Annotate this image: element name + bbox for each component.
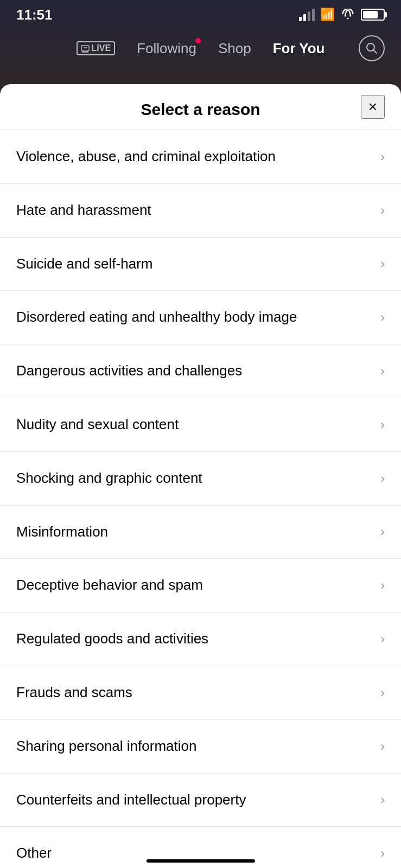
list-item[interactable]: Disordered eating and unhealthy body ima… <box>0 291 401 344</box>
list-item[interactable]: Hate and harassment› <box>0 184 401 238</box>
list-item[interactable]: Frauds and scams› <box>0 666 401 720</box>
list-item[interactable]: Deceptive behavior and spam› <box>0 559 401 612</box>
list-item[interactable]: Dangerous activities and challenges› <box>0 344 401 398</box>
chevron-right-icon: › <box>380 792 385 807</box>
list-item[interactable]: Misinformation› <box>0 506 401 559</box>
wifi-icon: 📶 <box>320 8 335 22</box>
battery-icon <box>361 9 385 21</box>
search-icon <box>365 42 378 55</box>
chevron-right-icon: › <box>380 203 385 218</box>
search-icon-circle <box>359 35 385 61</box>
list-item[interactable]: Suicide and self-harm› <box>0 238 401 291</box>
chevron-right-icon: › <box>380 417 385 432</box>
list-item-text: Disordered eating and unhealthy body ima… <box>16 308 380 327</box>
signal-icon <box>299 9 315 21</box>
list-item-text: Counterfeits and intellectual property <box>16 791 380 809</box>
list-item-text: Nudity and sexual content <box>16 416 380 434</box>
nav-shop[interactable]: Shop <box>218 40 251 57</box>
list-item-text: Other <box>16 844 380 860</box>
chevron-right-icon: › <box>380 471 385 486</box>
list-item-text: Deceptive behavior and spam <box>16 576 380 595</box>
status-time: 11:51 <box>16 7 53 23</box>
list-item[interactable]: Regulated goods and activities› <box>0 612 401 666</box>
list-item-text: Frauds and scams <box>16 684 380 702</box>
chevron-right-icon: › <box>380 578 385 593</box>
chevron-right-icon: › <box>380 363 385 379</box>
live-badge: LIVE <box>77 41 116 55</box>
list-item-text: Hate and harassment <box>16 201 380 220</box>
reasons-list: Violence, abuse, and criminal exploitati… <box>0 130 401 860</box>
modal-sheet: Select a reason × Violence, abuse, and c… <box>0 84 401 868</box>
svg-line-2 <box>374 50 377 54</box>
list-item-text: Shocking and graphic content <box>16 469 380 488</box>
chevron-right-icon: › <box>380 739 385 754</box>
close-button[interactable]: × <box>361 95 385 119</box>
nav-live-button[interactable]: LIVE <box>77 41 116 55</box>
chevron-right-icon: › <box>380 256 385 271</box>
list-item-text: Sharing personal information <box>16 737 380 756</box>
list-item-text: Suicide and self-harm <box>16 255 380 273</box>
list-item[interactable]: Other› <box>0 827 401 860</box>
list-item[interactable]: Sharing personal information› <box>0 720 401 774</box>
svg-rect-0 <box>81 46 89 51</box>
list-item[interactable]: Counterfeits and intellectual property› <box>0 774 401 827</box>
search-button[interactable] <box>359 29 385 67</box>
live-label: LIVE <box>92 43 111 53</box>
list-item[interactable]: Shocking and graphic content› <box>0 452 401 506</box>
home-indicator <box>147 859 255 863</box>
chevron-right-icon: › <box>380 524 385 539</box>
list-item-text: Regulated goods and activities <box>16 630 380 648</box>
list-item-text: Misinformation <box>16 523 380 541</box>
tv-icon <box>81 44 90 53</box>
modal-title: Select a reason <box>141 100 260 119</box>
nav-following[interactable]: Following <box>137 40 196 57</box>
list-item-text: Dangerous activities and challenges <box>16 362 380 380</box>
chevron-right-icon: › <box>380 631 385 647</box>
list-item[interactable]: Nudity and sexual content› <box>0 398 401 452</box>
chevron-right-icon: › <box>380 846 385 860</box>
chevron-right-icon: › <box>380 685 385 700</box>
list-item[interactable]: Violence, abuse, and criminal exploitati… <box>0 130 401 184</box>
list-item-text: Violence, abuse, and criminal exploitati… <box>16 148 380 166</box>
modal-header: Select a reason × <box>0 84 401 130</box>
status-bar: 11:51 📶 <box>0 0 401 29</box>
wifi-icon-svg <box>340 9 355 21</box>
chevron-right-icon: › <box>380 149 385 164</box>
status-icons: 📶 <box>299 8 385 22</box>
nav-for-you[interactable]: For You <box>273 40 325 57</box>
battery-fill <box>363 11 378 18</box>
nav-bar: LIVE Following Shop For You <box>0 29 401 67</box>
chevron-right-icon: › <box>380 310 385 325</box>
